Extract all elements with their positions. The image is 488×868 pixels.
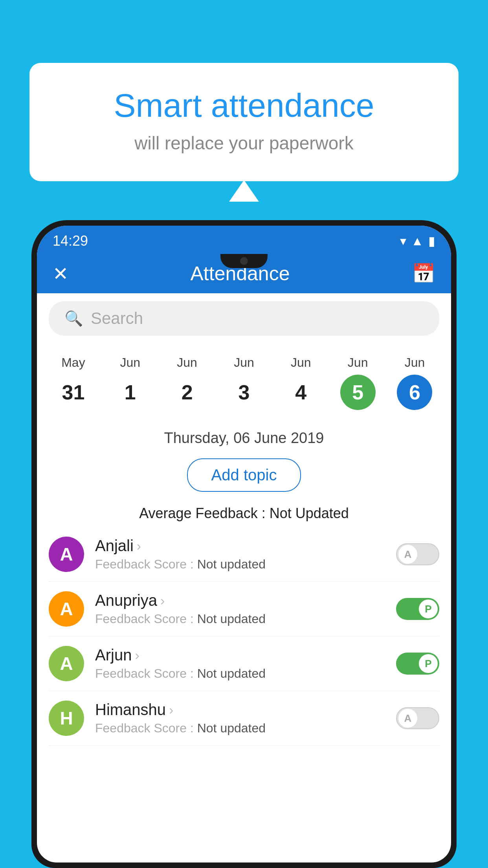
student-info-0: Anjali › Feedback Score : Not updated [95, 537, 385, 572]
attendance-toggle-0[interactable]: A [396, 543, 439, 565]
phone-screen: 14:29 ▾ ▲ ▮ ✕ Attendance 📅 🔍 Search [37, 226, 451, 862]
calendar-button[interactable]: 📅 [412, 263, 435, 285]
bubble-title: Smart attendance [61, 86, 427, 125]
signal-icon: ▲ [411, 234, 424, 248]
attendance-toggle-3[interactable]: A [396, 707, 439, 729]
student-info-2: Arjun › Feedback Score : Not updated [95, 646, 385, 681]
student-name-1[interactable]: Anupriya › [95, 592, 385, 609]
student-avatar-0: A [49, 537, 84, 572]
student-feedback-1: Feedback Score : Not updated [95, 612, 385, 626]
date-jun5-today[interactable]: Jun 5 [336, 351, 380, 414]
bubble-subtitle: will replace your paperwork [61, 132, 427, 154]
student-feedback-2: Feedback Score : Not updated [95, 666, 385, 681]
avg-feedback-row: Average Feedback : Not Updated [37, 500, 451, 527]
student-row-3: H Himanshu › Feedback Score : Not update… [49, 691, 439, 746]
date-jun3[interactable]: Jun 3 [222, 351, 266, 414]
attendance-toggle-1[interactable]: P [396, 598, 439, 620]
close-button[interactable]: ✕ [53, 263, 68, 285]
date-jun4[interactable]: Jun 4 [279, 351, 323, 414]
chevron-icon-1: › [160, 593, 165, 608]
toggle-knob-3: A [398, 709, 417, 728]
search-placeholder: Search [91, 309, 143, 328]
toggle-3[interactable]: A [396, 707, 439, 729]
status-time: 14:29 [53, 233, 88, 249]
phone-frame: 14:29 ▾ ▲ ▮ ✕ Attendance 📅 🔍 Search [31, 220, 457, 868]
battery-icon: ▮ [428, 234, 435, 248]
date-strip: May 31 Jun 1 Jun 2 Jun 3 Jun 4 Jun 5 [37, 344, 451, 418]
status-icons: ▾ ▲ ▮ [400, 234, 435, 248]
students-list: A Anjali › Feedback Score : Not updated … [37, 527, 451, 746]
student-name-3[interactable]: Himanshu › [95, 701, 385, 719]
toggle-2[interactable]: P [396, 653, 439, 675]
student-info-1: Anupriya › Feedback Score : Not updated [95, 592, 385, 626]
student-avatar-2: A [49, 646, 84, 681]
student-row-0: A Anjali › Feedback Score : Not updated … [49, 527, 439, 582]
add-topic-button[interactable]: Add topic [187, 458, 301, 492]
date-jun2[interactable]: Jun 2 [165, 351, 209, 414]
search-icon: 🔍 [64, 310, 83, 327]
camera [240, 257, 248, 265]
search-bar[interactable]: 🔍 Search [49, 301, 439, 336]
attendance-toggle-2[interactable]: P [396, 653, 439, 675]
date-jun1[interactable]: Jun 1 [108, 351, 152, 414]
student-row-1: A Anupriya › Feedback Score : Not update… [49, 582, 439, 636]
date-jun6-selected[interactable]: Jun 6 [392, 351, 437, 414]
toggle-knob-2: P [419, 654, 438, 673]
avg-feedback-label: Average Feedback : [139, 505, 266, 521]
student-avatar-1: A [49, 591, 84, 627]
toggle-1[interactable]: P [396, 598, 439, 620]
chevron-icon-3: › [169, 702, 173, 717]
toggle-knob-1: P [419, 600, 438, 618]
chevron-icon-0: › [137, 538, 141, 554]
date-may31[interactable]: May 31 [51, 351, 95, 414]
student-name-0[interactable]: Anjali › [95, 537, 385, 555]
student-name-2[interactable]: Arjun › [95, 646, 385, 664]
status-bar: 14:29 ▾ ▲ ▮ [37, 226, 451, 254]
student-info-3: Himanshu › Feedback Score : Not updated [95, 701, 385, 736]
avg-feedback-value: Not Updated [270, 505, 349, 521]
student-feedback-0: Feedback Score : Not updated [95, 557, 385, 572]
student-avatar-3: H [49, 701, 84, 736]
toggle-knob-0: A [398, 545, 417, 564]
notch [220, 254, 268, 268]
wifi-icon: ▾ [400, 234, 406, 248]
student-feedback-3: Feedback Score : Not updated [95, 721, 385, 736]
student-row-2: A Arjun › Feedback Score : Not updated P [49, 636, 439, 691]
selected-date-label: Thursday, 06 June 2019 [37, 418, 451, 451]
toggle-0[interactable]: A [396, 543, 439, 565]
chevron-icon-2: › [135, 647, 139, 663]
speech-bubble: Smart attendance will replace your paper… [29, 63, 459, 181]
search-container: 🔍 Search [37, 293, 451, 344]
